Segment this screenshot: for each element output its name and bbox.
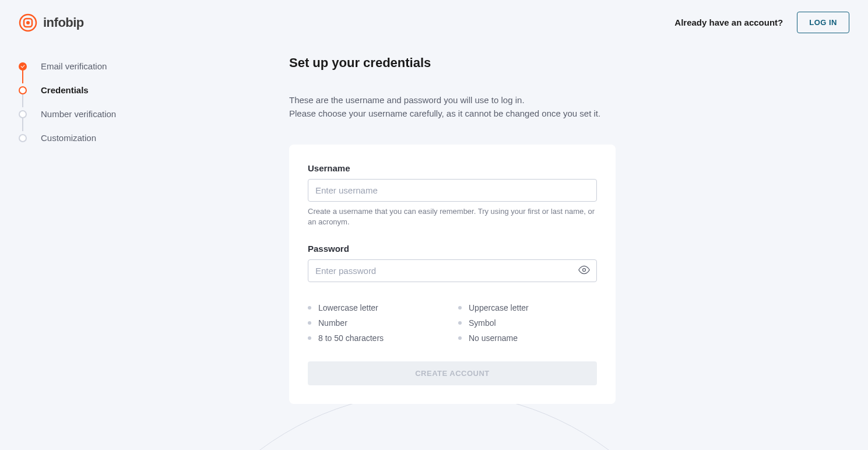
requirement-dot-icon xyxy=(308,306,311,310)
step-email-verification: Email verification xyxy=(19,61,182,85)
requirement-text: 8 to 50 characters xyxy=(318,333,384,343)
logo[interactable]: infobip xyxy=(19,13,84,32)
progress-sidebar: Email verification Credentials Number ve… xyxy=(19,45,182,404)
header: infobip Already have an account? LOG IN xyxy=(0,0,868,45)
requirement-dot-icon xyxy=(458,306,462,310)
requirement-text: No username xyxy=(469,333,518,343)
step-list: Email verification Credentials Number ve… xyxy=(19,61,182,143)
requirement-length: 8 to 50 characters xyxy=(308,333,447,343)
header-right: Already have an account? LOG IN xyxy=(674,12,849,33)
login-button[interactable]: LOG IN xyxy=(797,12,849,33)
account-question-text: Already have an account? xyxy=(674,17,783,27)
step-number-verification: Number verification xyxy=(19,109,182,133)
requirement-no-username: No username xyxy=(458,333,597,343)
step-label: Customization xyxy=(41,133,96,143)
password-input-wrapper xyxy=(308,259,597,282)
username-input[interactable] xyxy=(308,179,597,202)
requirement-dot-icon xyxy=(458,336,462,340)
step-connector xyxy=(22,93,23,107)
step-circle-completed-icon xyxy=(19,62,27,71)
svg-point-3 xyxy=(583,268,586,271)
toggle-password-visibility-icon[interactable] xyxy=(578,264,590,278)
requirement-text: Number xyxy=(318,318,347,328)
step-circle-pending-icon xyxy=(19,134,27,142)
step-credentials: Credentials xyxy=(19,85,182,109)
description-line: These are the username and password you … xyxy=(289,95,525,105)
requirement-dot-icon xyxy=(308,321,311,325)
step-connector xyxy=(22,69,23,83)
step-connector xyxy=(22,117,23,131)
infobip-logo-icon xyxy=(19,13,37,32)
requirement-text: Lowercase letter xyxy=(318,303,378,312)
username-label: Username xyxy=(308,163,597,173)
requirement-number: Number xyxy=(308,318,447,328)
requirement-lowercase: Lowercase letter xyxy=(308,303,447,312)
step-customization: Customization xyxy=(19,133,182,143)
description-line: Please choose your username carefully, a… xyxy=(289,108,600,118)
requirement-text: Symbol xyxy=(469,318,496,328)
step-label: Number verification xyxy=(41,109,116,119)
step-circle-current-icon xyxy=(19,86,27,94)
username-group: Username Create a username that you can … xyxy=(308,163,597,227)
password-requirements: Lowercase letter Uppercase letter Number… xyxy=(308,303,597,343)
page-description: These are the username and password you … xyxy=(289,94,616,120)
step-label: Credentials xyxy=(41,85,89,95)
main-content: Set up your credentials These are the us… xyxy=(289,45,616,404)
requirement-text: Uppercase letter xyxy=(469,303,529,312)
username-helper-text: Create a username that you can easily re… xyxy=(308,206,597,227)
requirement-uppercase: Uppercase letter xyxy=(458,303,597,312)
brand-name: infobip xyxy=(43,15,84,30)
create-account-button[interactable]: CREATE ACCOUNT xyxy=(308,361,597,385)
page-title: Set up your credentials xyxy=(289,55,616,71)
step-label: Email verification xyxy=(41,61,107,71)
svg-point-2 xyxy=(26,21,30,24)
requirement-dot-icon xyxy=(308,336,311,340)
credentials-card: Username Create a username that you can … xyxy=(289,145,616,404)
password-input[interactable] xyxy=(308,259,597,282)
password-label: Password xyxy=(308,244,597,254)
requirement-symbol: Symbol xyxy=(458,318,597,328)
password-group: Password xyxy=(308,244,597,282)
requirement-dot-icon xyxy=(458,321,462,325)
step-circle-pending-icon xyxy=(19,110,27,118)
